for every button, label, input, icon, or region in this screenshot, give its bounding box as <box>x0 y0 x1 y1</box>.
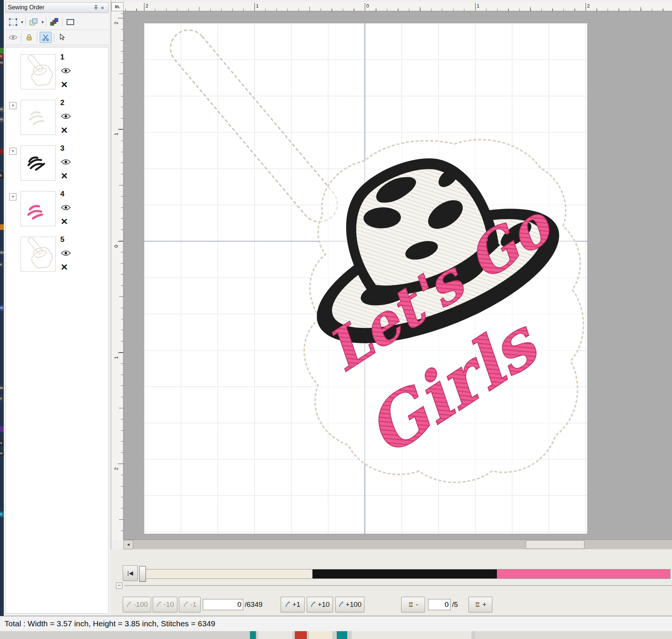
stitch-slider-handle[interactable] <box>139 566 146 582</box>
color-order-button[interactable] <box>49 17 60 27</box>
desktop-fragment: m <box>0 107 4 112</box>
trim-tool-button[interactable] <box>40 32 52 43</box>
toolbar-separator <box>21 33 21 42</box>
item-thumbnail <box>21 191 56 226</box>
item-delete-button[interactable]: × <box>61 79 68 90</box>
sewing-item-1[interactable]: 1 × <box>6 53 108 97</box>
color-count-input[interactable] <box>428 599 450 610</box>
item-delete-button[interactable]: × <box>61 261 68 273</box>
hoop-button[interactable] <box>65 17 76 27</box>
desktop-fragment <box>0 48 4 53</box>
lock-button[interactable] <box>24 32 35 43</box>
item-visibility-toggle[interactable] <box>61 159 71 166</box>
stitch-minus-100-button[interactable]: -100 <box>123 597 151 612</box>
desktop-fragment <box>309 631 332 639</box>
stitch-minus-1-button[interactable]: -1 <box>179 597 201 612</box>
desktop-fragment <box>0 224 4 230</box>
needle-icon <box>338 602 344 608</box>
lock-icon <box>26 34 32 41</box>
left-ruler: 2 1 0 1 2 <box>112 11 123 540</box>
desktop-fragment: si <box>0 451 4 456</box>
select-tool-button[interactable] <box>56 32 68 43</box>
sewing-item-2[interactable]: + 2 × <box>6 98 108 142</box>
desktop-fragment <box>258 631 293 639</box>
ruler-tick <box>118 241 123 242</box>
item-number: 4 <box>60 190 64 198</box>
thumbnail-black-stitches-graphic <box>21 146 55 180</box>
item-visibility-toggle[interactable] <box>61 250 71 258</box>
sewing-item-4[interactable]: + 4 × <box>6 190 108 234</box>
desktop-fragment: S <box>0 511 4 517</box>
panel-toolbar-row-1: ▾ ▾ <box>5 14 109 30</box>
item-thumbnail <box>21 237 56 272</box>
item-delete-button[interactable]: × <box>61 170 68 181</box>
chevron-down-icon[interactable]: ▾ <box>42 19 44 25</box>
panel-close-button[interactable]: × <box>99 4 106 11</box>
desktop-fragment: e <box>0 262 4 267</box>
color-squares-icon <box>50 18 59 26</box>
rewind-button[interactable]: |◀ <box>123 565 138 581</box>
desktop-fragment: u <box>0 396 4 401</box>
scrollbar-thumb[interactable] <box>526 540 584 549</box>
color-minus-button[interactable]: - <box>401 597 425 612</box>
eye-icon <box>9 35 18 40</box>
color-segment <box>312 569 497 578</box>
ruler-tick <box>118 129 123 129</box>
desktop-fragment: ro <box>0 60 4 65</box>
toolbar-separator <box>62 18 62 27</box>
sewing-order-panel: Sewing Order × ▾ <box>4 0 111 616</box>
application-window: nrommbdoenttauVsiS Sewing Order × ▾ <box>0 0 672 639</box>
item-visibility-toggle[interactable] <box>61 68 71 75</box>
pushpin-icon <box>94 5 98 10</box>
toolbar-separator <box>37 33 37 42</box>
cursor-arrow-icon <box>59 34 65 41</box>
stitch-count-input[interactable] <box>203 599 243 610</box>
thread-spool-icon <box>408 602 414 608</box>
toolbar-separator <box>25 18 26 27</box>
stitch-plus-10-button[interactable]: +10 <box>307 597 333 612</box>
fit-selection-button[interactable] <box>7 17 19 27</box>
ruler-unit-box: in. <box>112 2 123 11</box>
stitch-plus-100-button[interactable]: +100 <box>335 597 364 612</box>
stitch-color-segments[interactable] <box>140 569 671 579</box>
sewing-item-5[interactable]: 5 × <box>6 235 108 279</box>
status-bar: Total : Width = 3.57 inch, Height = 3.85… <box>0 616 672 631</box>
desktop-fragment: do <box>0 250 4 255</box>
needle-icon <box>285 602 290 608</box>
stitch-count-field-wrap <box>203 599 243 610</box>
expand-toggle[interactable]: + <box>9 148 16 155</box>
item-delete-button[interactable]: × <box>61 125 68 136</box>
stitch-plus-1-button[interactable]: +1 <box>281 597 305 612</box>
visibility-toggle-button[interactable] <box>7 32 19 43</box>
expand-toggle[interactable]: + <box>9 193 16 200</box>
eye-icon <box>61 250 71 256</box>
desktop-fragment <box>295 631 307 639</box>
horizontal-scrollbar[interactable]: ◄ <box>123 540 672 549</box>
scrollbar-left-arrow[interactable]: ◄ <box>123 540 133 549</box>
design-order-button[interactable] <box>28 17 39 27</box>
button-label: + <box>482 600 486 609</box>
collapse-button[interactable]: − <box>116 583 122 589</box>
item-delete-button[interactable]: × <box>61 216 68 227</box>
thumbnail-outline-graphic <box>21 237 55 271</box>
selection-frame-icon <box>9 18 18 26</box>
ruler-label: 0 <box>365 3 369 10</box>
scissors-icon <box>42 34 49 41</box>
sewing-item-3[interactable]: + 3 × <box>6 144 108 188</box>
desktop-bottom-strip <box>0 631 672 639</box>
button-label: -10 <box>164 600 174 609</box>
stitch-minus-10-button[interactable]: -10 <box>153 597 177 612</box>
design-canvas[interactable]: Let's Go Girls <box>123 11 672 540</box>
pin-icon[interactable] <box>92 4 99 11</box>
chevron-down-icon[interactable]: ▾ <box>21 19 23 25</box>
desktop-fragment <box>352 631 471 639</box>
splitter-line[interactable] <box>124 585 672 586</box>
expand-toggle[interactable]: + <box>9 102 16 109</box>
item-visibility-toggle[interactable] <box>61 205 71 212</box>
ruler-major-ticks <box>119 11 123 540</box>
ruler-label: 1 <box>254 3 259 10</box>
desktop-fragment: n <box>0 53 4 59</box>
color-plus-button[interactable]: + <box>468 597 492 612</box>
item-visibility-toggle[interactable] <box>61 113 71 121</box>
thumbnail-pink-stitches-graphic <box>21 191 55 226</box>
